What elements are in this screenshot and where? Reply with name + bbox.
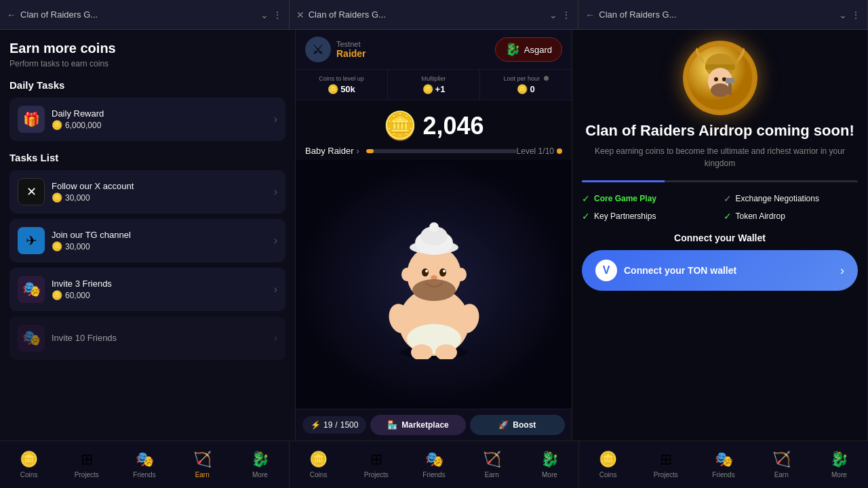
tg-name: Join our TG channel xyxy=(52,230,267,240)
level-label[interactable]: Baby Raider › xyxy=(305,146,359,156)
player-network: Testnet xyxy=(336,40,366,48)
player-info: ⚔ Testnet Raider xyxy=(305,37,366,62)
warrior-coin-image xyxy=(683,41,757,115)
telegram-icon: ✈ xyxy=(18,227,45,254)
bottom-nav: 🪙 Coins ⊞ Projects 🎭 Friends 🏹 Earn 🐉 Mo… xyxy=(0,441,868,488)
friends-nav-icon-1: 🎭 xyxy=(136,451,154,468)
tasks-list-section: Tasks List ✕ Follow our X account 🪙 30,0… xyxy=(9,152,285,365)
daily-reward-name: Daily Reward xyxy=(52,108,267,119)
more-nav-label-2: More xyxy=(542,471,557,479)
nav-friends-1[interactable]: 🎭 Friends xyxy=(115,441,173,488)
invite3-coin-icon: 🪙 xyxy=(52,290,62,300)
nav-earn-1[interactable]: 🏹 Earn xyxy=(174,441,231,488)
nav-more-3[interactable]: 🐉 More xyxy=(810,441,868,488)
more-nav-icon-3: 🐉 xyxy=(830,451,848,468)
earn-nav-label-3: Earn xyxy=(774,471,789,479)
clan-button[interactable]: 🐉 Asgard xyxy=(495,37,562,62)
boost-button[interactable]: 🚀 Boost xyxy=(470,415,565,435)
svg-rect-29 xyxy=(726,78,734,83)
tg-task[interactable]: ✈ Join our TG channel 🪙 30,000 › xyxy=(9,219,285,262)
energy-current: 19 xyxy=(323,420,332,430)
airdrop-progress-fill xyxy=(582,180,665,182)
chevron-down-icon-3[interactable]: ⌄ xyxy=(839,9,847,20)
coins-nav-label-3: Coins xyxy=(599,471,617,479)
projects-nav-label-3: Projects xyxy=(654,471,678,479)
energy-icon: ⚡ xyxy=(311,420,321,430)
tg-reward: 🪙 30,000 xyxy=(52,241,267,251)
nav-friends-2[interactable]: 🎭 Friends xyxy=(405,441,462,488)
nav-coins-2[interactable]: 🪙 Coins xyxy=(290,441,347,488)
earn-nav-label-2: Earn xyxy=(485,471,499,479)
friends-nav-label-3: Friends xyxy=(712,471,734,479)
nav-more-1[interactable]: 🐉 More xyxy=(231,441,289,488)
nav-projects-1[interactable]: ⊞ Projects xyxy=(58,441,115,488)
back-icon-1[interactable]: ← xyxy=(7,9,16,20)
roadmap-label-0: Core Game Play xyxy=(594,194,656,203)
coins-nav-label-1: Coins xyxy=(20,471,38,479)
friends-nav-label-1: Friends xyxy=(133,471,155,479)
coins-nav-icon-2: 🪙 xyxy=(309,451,328,468)
stats-row: Coins to level up 🪙 50k Multiplier 🪙 +1 … xyxy=(296,69,572,100)
svg-point-16 xyxy=(412,279,456,301)
earn-title: Earn more coins xyxy=(9,41,285,56)
svg-point-17 xyxy=(401,268,412,281)
back-icon-3[interactable]: ← xyxy=(585,9,595,20)
tab-3[interactable]: ← Clan of Raiders G... ⌄ ⋮ xyxy=(578,0,868,29)
earn-nav-icon-2: 🏹 xyxy=(483,451,501,468)
friends-nav-icon-2: 🎭 xyxy=(425,451,443,468)
projects-nav-label-1: Projects xyxy=(75,471,99,479)
daily-reward-item[interactable]: 🎁 Daily Reward 🪙 6,000,000 › xyxy=(9,98,285,141)
connect-wallet-button[interactable]: V Connect your TON wallet › xyxy=(582,250,858,291)
stat-loot: Loot per hour 🪙 0 xyxy=(480,70,572,100)
nav-section-3: 🪙 Coins ⊞ Projects 🎭 Friends 🏹 Earn 🐉 Mo… xyxy=(579,441,868,488)
follow-x-reward: 🪙 30,000 xyxy=(52,192,267,203)
tg-coin-icon: 🪙 xyxy=(52,241,62,251)
nav-earn-3[interactable]: 🏹 Earn xyxy=(753,441,810,488)
follow-x-info: Follow our X account 🪙 30,000 xyxy=(52,181,267,203)
coin-count: 2,046 xyxy=(422,112,484,140)
earn-nav-icon-1: 🏹 xyxy=(193,451,212,468)
roadmap-label-2: Key Partnerships xyxy=(594,211,656,221)
more-icon-3[interactable]: ⋮ xyxy=(851,9,861,20)
more-nav-label-1: More xyxy=(252,471,268,479)
tab-1-title: Clan of Raiders G... xyxy=(20,9,256,20)
daily-section-title: Daily Tasks xyxy=(9,79,285,91)
tg-arrow: › xyxy=(274,235,277,247)
chevron-down-icon-2[interactable]: ⌄ xyxy=(549,9,557,20)
nav-coins-3[interactable]: 🪙 Coins xyxy=(579,441,637,488)
wallet-btn-text: Connect your TON wallet xyxy=(624,265,736,276)
invite10-name: Invite 10 Friends xyxy=(52,333,267,343)
game-panel: ⚔ Testnet Raider 🐉 Asgard Coins to level… xyxy=(296,30,572,441)
tab-3-title: Clan of Raiders G... xyxy=(599,9,835,20)
nav-friends-3[interactable]: 🎭 Friends xyxy=(694,441,752,488)
invite10-task[interactable]: 🎭 Invite 10 Friends › xyxy=(9,317,285,360)
chevron-down-icon-1[interactable]: ⌄ xyxy=(260,9,269,20)
coins-level-label: Coins to level up xyxy=(300,75,383,82)
invite3-reward: 🪙 60,000 xyxy=(52,290,267,300)
nav-projects-2[interactable]: ⊞ Projects xyxy=(347,441,405,488)
tab-1[interactable]: ← Clan of Raiders G... ⌄ ⋮ xyxy=(0,0,290,29)
nav-earn-2[interactable]: 🏹 Earn xyxy=(463,441,521,488)
roadmap-item-1: ✓ Exchange Negotiations xyxy=(724,193,859,204)
tab-2-title: Clan of Raiders G... xyxy=(309,9,546,20)
roadmap-check-1: ✓ xyxy=(724,193,732,204)
marketplace-button[interactable]: 🏪 Marketplace xyxy=(370,415,465,435)
main-content: Earn more coins Perform tasks to earn co… xyxy=(0,30,868,441)
friends-icon: 🎭 xyxy=(18,276,45,303)
projects-nav-icon-3: ⊞ xyxy=(660,451,672,468)
nav-coins-1[interactable]: 🪙 Coins xyxy=(0,441,58,488)
more-icon-1[interactable]: ⋮ xyxy=(273,9,282,20)
tab-2[interactable]: ✕ Clan of Raiders G... ⌄ ⋮ xyxy=(290,0,579,29)
follow-x-task[interactable]: ✕ Follow our X account 🪙 30,000 › xyxy=(9,170,285,214)
character-area[interactable] xyxy=(296,160,572,409)
roadmap-label-3: Token Airdrop xyxy=(736,211,785,221)
nav-more-2[interactable]: 🐉 More xyxy=(521,441,578,488)
airdrop-progress-bar xyxy=(582,180,858,182)
more-icon-2[interactable]: ⋮ xyxy=(561,9,571,20)
nav-projects-3[interactable]: ⊞ Projects xyxy=(637,441,694,488)
close-icon-2[interactable]: ✕ xyxy=(296,9,304,20)
boost-label: Boost xyxy=(513,420,536,430)
invite3-task[interactable]: 🎭 Invite 3 Friends 🪙 60,000 › xyxy=(9,268,285,311)
roadmap-item-0: ✓ Core Game Play xyxy=(582,193,717,204)
marketplace-icon: 🏪 xyxy=(387,420,397,430)
